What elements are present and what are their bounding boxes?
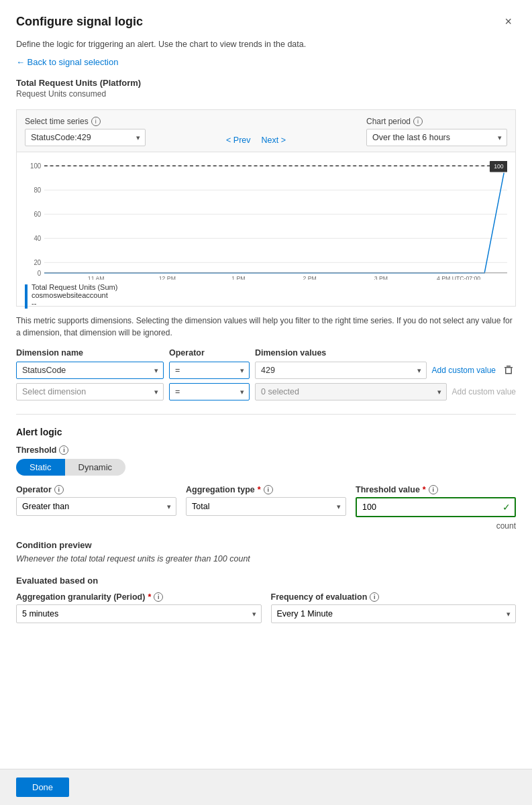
chart-period-info-icon[interactable]: i	[413, 117, 423, 126]
back-link[interactable]: ← Back to signal selection	[16, 57, 118, 67]
aggregation-group: Aggregation type * i Total	[186, 485, 346, 531]
dim-operator-select-1[interactable]: =	[169, 362, 250, 379]
svg-rect-23	[507, 366, 511, 367]
delete-icon	[504, 365, 513, 374]
svg-text:2 PM: 2 PM	[303, 275, 317, 280]
svg-text:60: 60	[34, 211, 41, 218]
operator-select[interactable]: Greater than	[16, 497, 176, 516]
dim-operator-select-wrapper-1: =	[169, 362, 250, 379]
dim-col-values: Dimension values	[255, 348, 516, 358]
threshold-label: Threshold i	[16, 445, 516, 455]
svg-rect-25	[511, 368, 513, 373]
threshold-value-group: Threshold value * i ✓ count	[356, 485, 516, 531]
frequency-select[interactable]: Every 1 Minute	[271, 604, 517, 623]
aggregation-required-star: *	[258, 485, 261, 494]
dim-name-select-1[interactable]: StatusCode	[16, 362, 164, 379]
condition-preview-title: Condition preview	[16, 540, 516, 550]
svg-text:1 PM: 1 PM	[231, 275, 245, 280]
dim-header: Dimension name Operator Dimension values	[16, 348, 516, 358]
dim-name-select-2[interactable]: Select dimension	[16, 383, 164, 400]
aggregation-select[interactable]: Total	[186, 497, 346, 516]
add-custom-link-2: Add custom value	[452, 387, 516, 396]
eval-row: Aggregation granularity (Period) * i 5 m…	[16, 592, 516, 623]
aggregation-select-wrapper: Total	[186, 497, 346, 516]
dynamic-toggle-button[interactable]: Dynamic	[65, 459, 126, 476]
dim-name-select-wrapper-1: StatusCode	[16, 362, 164, 379]
threshold-checkmark-icon: ✓	[502, 502, 511, 513]
chart-period-select-wrapper: Over the last 6 hours	[366, 129, 507, 146]
operator-select-wrapper: Greater than	[16, 497, 176, 516]
panel-description: Define the logic for triggering an alert…	[16, 40, 516, 49]
legend-line1: Total Request Units (Sum)	[32, 283, 117, 291]
count-unit-label: count	[356, 521, 516, 531]
prev-button[interactable]: < Prev	[223, 134, 253, 146]
granularity-select-wrapper: 5 minutes	[16, 604, 262, 623]
signal-name: Total Request Units (Platform)	[16, 78, 516, 88]
done-button[interactable]: Done	[16, 777, 69, 797]
svg-text:11 AM: 11 AM	[88, 275, 105, 280]
svg-rect-26	[505, 373, 512, 374]
dimensions-section: Dimension name Operator Dimension values…	[16, 348, 516, 400]
svg-text:40: 40	[34, 235, 41, 242]
svg-text:20: 20	[34, 259, 41, 266]
evaluated-section: Evaluated based on Aggregation granulari…	[16, 576, 516, 623]
threshold-info-icon[interactable]: i	[59, 445, 68, 455]
chart-period-select[interactable]: Over the last 6 hours	[366, 129, 507, 146]
frequency-info-icon[interactable]: i	[370, 592, 379, 602]
back-link-text: ← Back to signal selection	[16, 57, 118, 67]
granularity-required-star: *	[148, 592, 151, 602]
granularity-info-icon[interactable]: i	[154, 592, 163, 602]
add-custom-link-1[interactable]: Add custom value	[432, 366, 496, 375]
svg-rect-24	[505, 368, 507, 373]
svg-text:0: 0	[38, 270, 42, 277]
static-toggle-button[interactable]: Static	[16, 459, 65, 476]
dim-row-2-actions: Add custom value	[452, 387, 516, 396]
time-series-select[interactable]: StatusCode:429	[25, 129, 146, 146]
chart-controls: Select time series i StatusCode:429 < Pr…	[16, 109, 516, 152]
close-button[interactable]: ×	[500, 13, 516, 30]
dim-row-1: StatusCode = 429 Add custom value	[16, 362, 516, 379]
frequency-label: Frequency of evaluation i	[271, 592, 517, 602]
next-button[interactable]: Next >	[259, 134, 288, 146]
threshold-value-label: Threshold value * i	[356, 485, 516, 494]
dim-name-select-wrapper-2: Select dimension	[16, 383, 164, 400]
chart-legend: Total Request Units (Sum) cosmoswebsitea…	[25, 282, 507, 309]
threshold-value-input[interactable]	[356, 497, 516, 517]
chart-nav: < Prev Next >	[223, 134, 288, 146]
granularity-select[interactable]: 5 minutes	[16, 604, 262, 623]
panel-title: Configure signal logic	[16, 15, 143, 29]
aggregation-info-icon[interactable]: i	[264, 485, 273, 494]
aggregation-label: Aggregation type * i	[186, 485, 346, 494]
signal-sub: Request Units consumed	[16, 89, 516, 99]
divider-1	[16, 414, 516, 415]
dimensions-info: This metric supports dimensions. Selecti…	[16, 315, 516, 339]
delete-dim-1-button[interactable]	[501, 365, 516, 376]
threshold-value-info-icon[interactable]: i	[429, 485, 438, 494]
legend-color-bar	[25, 284, 28, 309]
legend-text: Total Request Units (Sum) cosmoswebsitea…	[32, 283, 117, 307]
dim-row-2: Select dimension = 0 selected Add custom…	[16, 383, 516, 400]
svg-text:3 PM: 3 PM	[374, 275, 388, 280]
legend-dashes: --	[32, 299, 117, 307]
svg-text:4 PM UTC-07:00: 4 PM UTC-07:00	[437, 275, 480, 280]
alert-logic-form-row: Operator i Greater than Aggregation type…	[16, 485, 516, 531]
svg-text:100: 100	[30, 162, 42, 170]
dim-value-select-wrapper-2: 0 selected	[255, 383, 447, 400]
svg-text:80: 80	[34, 186, 41, 194]
time-series-select-wrapper: StatusCode:429	[25, 129, 146, 146]
dim-operator-select-wrapper-2: =	[169, 383, 250, 400]
time-series-label: Select time series i	[25, 117, 146, 126]
dim-value-select-1[interactable]: 429	[255, 362, 427, 379]
dim-value-select-2[interactable]: 0 selected	[255, 383, 447, 400]
operator-label: Operator i	[16, 485, 176, 494]
time-series-info-icon[interactable]: i	[91, 117, 101, 126]
dim-value-select-wrapper-1: 429	[255, 362, 427, 379]
frequency-select-wrapper: Every 1 Minute	[271, 604, 517, 623]
operator-info-icon[interactable]: i	[54, 485, 64, 494]
dim-operator-select-2[interactable]: =	[169, 383, 250, 400]
panel-header: Configure signal logic ×	[16, 13, 516, 30]
svg-rect-22	[504, 367, 513, 368]
svg-text:12 PM: 12 PM	[159, 275, 176, 280]
frequency-group: Frequency of evaluation i Every 1 Minute	[271, 592, 517, 623]
alert-logic-title: Alert logic	[16, 427, 516, 437]
